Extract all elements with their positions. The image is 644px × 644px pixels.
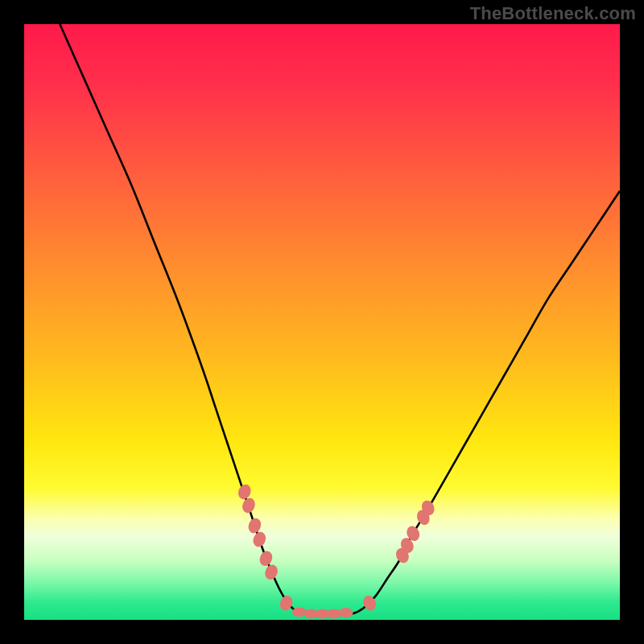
plot-area [24,24,620,620]
chart-frame: TheBottleneck.com [0,0,644,644]
gradient-background [24,24,620,620]
chart-svg [24,24,620,620]
attribution-text: TheBottleneck.com [470,3,636,24]
curve-marker [339,608,353,617]
curve-marker [292,607,307,617]
